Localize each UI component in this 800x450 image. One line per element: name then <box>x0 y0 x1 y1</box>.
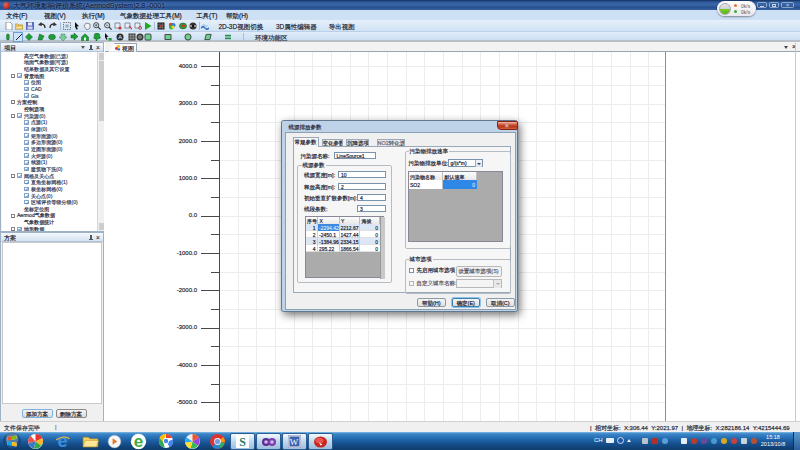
svg-text:S: S <box>239 435 246 448</box>
svg-text:A: A <box>118 34 122 40</box>
svg-text:e: e <box>134 433 143 450</box>
svg-text:W: W <box>290 437 299 447</box>
svg-text:e: e <box>57 433 67 450</box>
